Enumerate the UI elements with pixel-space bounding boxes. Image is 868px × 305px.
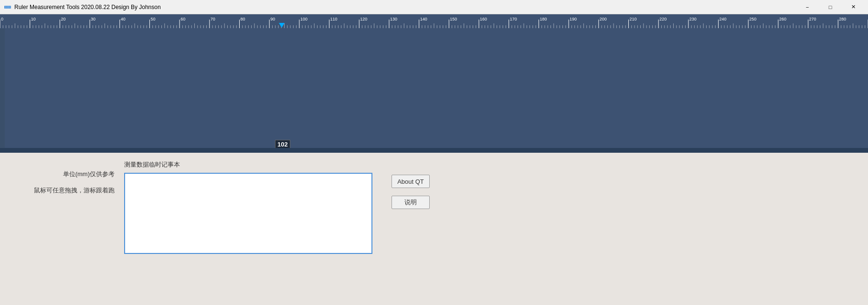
svg-text:120: 120 [360,17,367,21]
notepad-label: 测量数据临时记事本 [124,160,372,169]
svg-text:180: 180 [540,17,547,21]
svg-text:170: 170 [510,17,517,21]
svg-text:150: 150 [450,17,457,21]
left-info: 单位(mm)仅供参考 鼠标可任意拖拽，游标跟着跑 [10,160,115,195]
minimize-button[interactable]: − [796,2,818,12]
window-controls: − □ ✕ [796,2,864,12]
buttons-section: About QT 说明 [392,160,430,209]
horizontal-scrollbar[interactable] [0,148,868,153]
about-qt-button[interactable]: About QT [392,175,430,188]
svg-text:160: 160 [480,17,487,21]
svg-text:20: 20 [61,17,65,21]
svg-text:10: 10 [31,17,36,21]
window-title: Ruler Measurement Tools 2020.08.22 Desig… [14,4,161,11]
svg-text:280: 280 [839,17,846,21]
ruler-area[interactable]: 1020304050607080901001101201301401501601… [0,14,868,153]
bottom-panel: 单位(mm)仅供参考 鼠标可任意拖拽，游标跟着跑 测量数据临时记事本 About… [0,153,868,305]
title-bar: Ruler Measurement Tools 2020.08.22 Desig… [0,0,868,14]
svg-text:190: 190 [570,17,577,21]
svg-text:130: 130 [390,17,397,21]
svg-text:260: 260 [779,17,786,21]
unit-info: 单位(mm)仅供参考 [63,170,115,179]
maximize-button[interactable]: □ [819,2,841,12]
description-button[interactable]: 说明 [392,196,430,209]
title-bar-left: Ruler Measurement Tools 2020.08.22 Desig… [4,3,161,11]
notepad-section: 测量数据临时记事本 [124,160,372,254]
svg-text:240: 240 [720,17,727,21]
svg-text:100: 100 [300,17,307,21]
ruler-ticks-svg: 1020304050607080901001101201301401501601… [0,14,868,29]
svg-text:60: 60 [180,17,185,21]
svg-text:0: 0 [1,17,3,21]
svg-text:210: 210 [629,17,636,21]
svg-text:140: 140 [420,17,427,21]
svg-text:40: 40 [121,17,126,21]
notepad-textarea[interactable] [124,173,372,254]
svg-text:110: 110 [330,17,338,21]
vertical-ruler [0,29,5,153]
close-button[interactable]: ✕ [842,2,864,12]
cursor-triangle [279,23,285,28]
drag-info: 鼠标可任意拖拽，游标跟着跑 [34,186,115,195]
svg-text:90: 90 [270,17,275,21]
svg-text:270: 270 [809,17,816,21]
svg-text:30: 30 [91,17,95,21]
svg-text:50: 50 [150,17,155,21]
app-icon [4,3,11,11]
cursor-indicator [279,23,285,28]
svg-text:220: 220 [659,17,667,21]
svg-text:250: 250 [749,17,756,21]
svg-text:70: 70 [211,17,215,21]
svg-text:80: 80 [241,17,245,21]
svg-text:200: 200 [600,17,607,21]
svg-text:230: 230 [689,17,697,21]
